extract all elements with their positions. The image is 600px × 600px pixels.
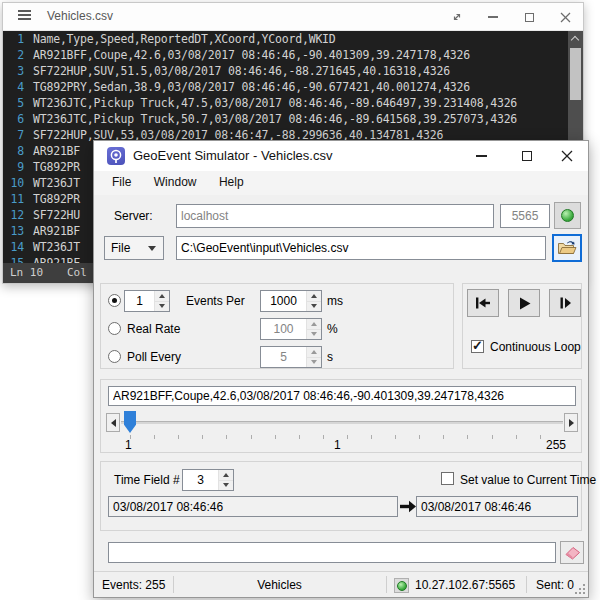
step-button[interactable] (549, 289, 581, 317)
minimize-button[interactable] (485, 9, 501, 25)
editor-line: 4TG892PRY,Sedan,38.9,03/08/2017 08:46:46… (3, 79, 583, 95)
editor-line: 5WT236JTC,Pickup Truck,47.5,03/08/2017 0… (3, 95, 583, 111)
source-type-value: File (111, 241, 130, 255)
play-icon (518, 297, 531, 310)
slider-current-label: 1 (334, 438, 341, 452)
editor-line: 6WT236JTC,Pickup Truck,50.7,03/08/2017 0… (3, 111, 583, 127)
spin-up-icon[interactable] (219, 470, 233, 480)
server-host-input[interactable] (176, 204, 494, 228)
real-rate-label: Real Rate (127, 322, 180, 336)
editor-title: Vehicles.csv (47, 9, 113, 23)
menu-file[interactable]: File (103, 171, 140, 193)
events-per-radio[interactable] (108, 294, 121, 307)
geoevent-simulator-window: GeoEvent Simulator - Vehicles.csv File W… (93, 140, 589, 598)
spin-down-icon[interactable] (219, 480, 233, 491)
connect-button[interactable] (554, 202, 581, 229)
interval-spinner[interactable]: 1000 (260, 290, 322, 312)
slider-min-label: 1 (125, 438, 132, 452)
scroll-up-icon[interactable] (571, 36, 579, 44)
clear-button[interactable] (560, 541, 584, 564)
continuous-loop-checkbox[interactable] (471, 340, 484, 353)
resize-grip[interactable] (575, 584, 585, 594)
time-field-spinner[interactable]: 3 (182, 469, 234, 491)
menu-help[interactable]: Help (210, 171, 253, 193)
percent-unit-label: % (327, 322, 338, 336)
event-count-spinner[interactable]: 1 (124, 290, 170, 312)
arrow-right-icon (400, 500, 416, 513)
poll-spinner: 5 (260, 346, 322, 368)
geoevent-app-icon (107, 147, 125, 165)
scrollbar-thumb[interactable] (570, 48, 581, 100)
events-per-label: Events Per (186, 294, 245, 308)
editor-line: 3SF722HUP,SUV,51.5,03/08/2017 08:46:46,-… (3, 63, 583, 79)
editor-line: 2AR921BFF,Coupe,42.6,03/08/2017 08:46:46… (3, 47, 583, 63)
server-port-input[interactable] (500, 204, 550, 228)
file-path-input[interactable] (176, 236, 546, 260)
maximize-button[interactable] (521, 9, 537, 25)
browse-file-button[interactable] (552, 234, 582, 262)
column-indicator: Col (67, 266, 87, 279)
server-label: Server: (114, 209, 153, 223)
skip-to-start-button[interactable] (467, 289, 499, 317)
menubar: File Window Help (94, 171, 588, 195)
close-button[interactable] (557, 9, 573, 25)
time-to-field[interactable] (416, 496, 578, 517)
real-rate-radio[interactable] (108, 322, 121, 335)
slider-max-label: 255 (546, 438, 566, 452)
spin-up-icon[interactable] (155, 291, 169, 301)
slider-ticks (130, 435, 564, 439)
message-field[interactable] (108, 542, 556, 563)
arrow-right-icon (569, 419, 574, 427)
maximize-button[interactable] (514, 145, 540, 167)
eraser-icon (564, 545, 581, 560)
slider-right-button[interactable] (564, 413, 578, 432)
chevron-down-icon (148, 246, 156, 251)
slider-left-button[interactable] (106, 413, 120, 432)
spin-down-icon[interactable] (155, 301, 169, 312)
spin-up-icon[interactable] (307, 291, 321, 301)
time-from-field[interactable] (108, 496, 398, 517)
line-indicator: Ln 10 (10, 266, 43, 279)
spin-down-icon[interactable] (307, 301, 321, 312)
simulator-statusbar: Events: 255 Vehicles 10.27.102.67:5565 S… (94, 571, 588, 597)
menu-window[interactable]: Window (145, 171, 206, 193)
real-rate-spinner: 100 (260, 318, 322, 340)
minimize-button[interactable] (468, 145, 494, 167)
set-current-time-label: Set value to Current Time (460, 473, 596, 487)
source-type-select[interactable]: File (104, 236, 164, 260)
connection-status-icon (394, 578, 409, 593)
editor-line: 1Name,Type,Speed,ReportedDT,XCoord,YCoor… (3, 31, 583, 47)
connected-status-icon (561, 209, 574, 222)
ms-unit-label: ms (327, 294, 343, 308)
spin-up-icon (307, 347, 321, 357)
close-button[interactable] (554, 145, 580, 167)
spin-down-icon (307, 329, 321, 340)
expand-icon[interactable] (449, 9, 465, 25)
open-folder-icon (557, 240, 577, 256)
spin-up-icon (307, 319, 321, 329)
window-title: GeoEvent Simulator - Vehicles.csv (133, 148, 332, 163)
skip-start-icon (475, 297, 491, 309)
events-count: Events: 255 (102, 578, 165, 592)
slider-track[interactable] (121, 421, 563, 424)
arrow-left-icon (111, 419, 116, 427)
simulator-titlebar: GeoEvent Simulator - Vehicles.csv (94, 141, 588, 171)
server-address: 10.27.102.67:5565 (415, 578, 515, 592)
set-current-time-checkbox[interactable] (441, 472, 454, 485)
sent-count: Sent: 0 (536, 578, 574, 592)
event-preview-input[interactable] (108, 386, 576, 406)
play-button[interactable] (508, 289, 540, 317)
hamburger-menu-icon[interactable] (18, 14, 31, 16)
simulation-name: Vehicles (173, 578, 386, 592)
time-field-label: Time Field # (114, 473, 180, 487)
step-icon (558, 297, 572, 309)
continuous-loop-label: Continuous Loop (490, 340, 581, 354)
poll-every-label: Poll Every (127, 350, 181, 364)
spin-down-icon (307, 357, 321, 368)
editor-titlebar: Vehicles.csv (3, 3, 583, 31)
seconds-unit-label: s (327, 350, 333, 364)
poll-every-radio[interactable] (108, 350, 121, 363)
